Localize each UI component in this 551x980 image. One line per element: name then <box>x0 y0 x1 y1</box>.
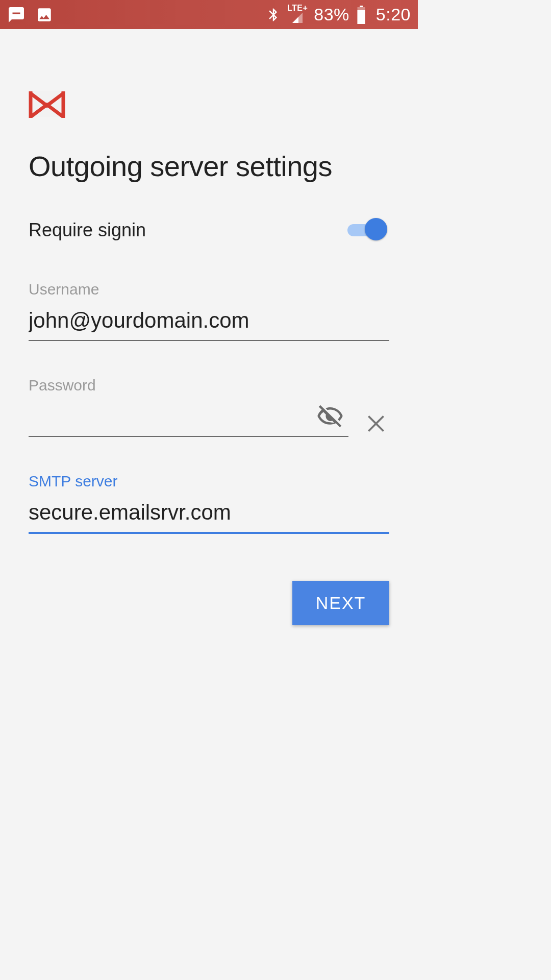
require-signin-row: Require signin <box>29 219 389 241</box>
require-signin-label: Require signin <box>29 219 146 241</box>
toggle-password-visibility-icon[interactable] <box>315 401 345 432</box>
username-field: Username <box>29 281 389 341</box>
svg-rect-3 <box>357 10 365 24</box>
message-notification-icon <box>7 6 26 24</box>
password-field: Password <box>29 377 389 437</box>
battery-icon <box>356 6 367 24</box>
status-left <box>7 6 53 24</box>
smtp-field: SMTP server <box>29 473 389 534</box>
clock: 5:20 <box>376 5 411 24</box>
gmail-logo-icon <box>29 90 65 120</box>
clear-password-icon[interactable] <box>363 410 389 437</box>
username-label: Username <box>29 281 389 298</box>
password-label: Password <box>29 377 389 394</box>
svg-rect-0 <box>360 6 363 7</box>
actions: NEXT <box>29 581 389 625</box>
content: Outgoing server settings Require signin … <box>0 29 418 625</box>
password-input[interactable] <box>29 400 348 437</box>
cellular-indicator: LTE+ <box>287 5 308 24</box>
bluetooth-icon <box>266 6 281 24</box>
network-type-label: LTE+ <box>287 5 308 12</box>
smtp-label: SMTP server <box>29 473 389 490</box>
status-bar: LTE+ 83% 5:20 <box>0 0 418 29</box>
require-signin-toggle[interactable] <box>347 221 385 239</box>
username-input[interactable] <box>29 304 389 341</box>
status-right: LTE+ 83% 5:20 <box>266 5 411 24</box>
next-button[interactable]: NEXT <box>292 581 389 625</box>
battery-percentage: 83% <box>314 5 349 24</box>
page-title: Outgoing server settings <box>29 150 389 183</box>
smtp-input[interactable] <box>29 496 389 534</box>
photo-notification-icon <box>36 6 53 23</box>
